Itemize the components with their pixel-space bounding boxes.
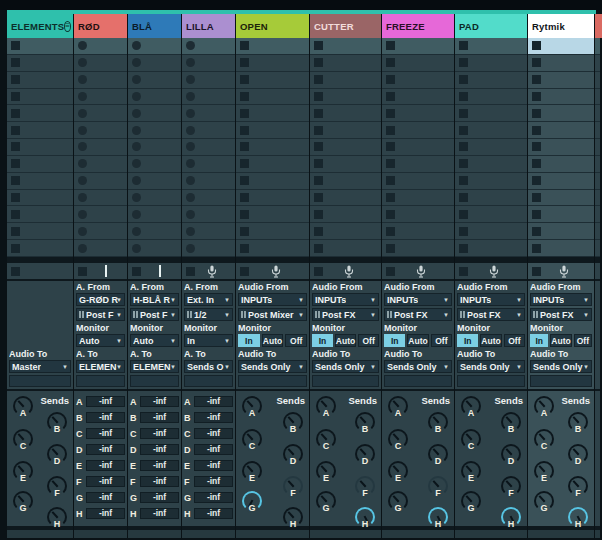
clip-slot[interactable] [595, 206, 600, 223]
clip-stop-icon[interactable] [532, 210, 541, 219]
clip-slot[interactable] [382, 105, 454, 122]
clip-slot[interactable] [455, 139, 527, 156]
send-knob-D[interactable]: D [355, 444, 375, 464]
clip-slot[interactable] [7, 240, 73, 257]
clip-stop-icon[interactable] [240, 92, 249, 101]
clip-record-icon[interactable] [186, 244, 195, 253]
send-value-slider[interactable]: -inf [140, 396, 179, 407]
clip-slot[interactable] [595, 55, 600, 72]
clip-slot[interactable] [128, 223, 181, 240]
send-knob-H[interactable]: H [501, 507, 521, 527]
clip-stop-icon[interactable] [386, 159, 395, 168]
clip-record-icon[interactable] [186, 126, 195, 135]
send-knob-D[interactable]: D [47, 444, 67, 464]
clip-slot[interactable] [455, 38, 527, 55]
clip-slot[interactable] [528, 190, 594, 207]
clip-slot[interactable] [310, 190, 381, 207]
track-header-partial[interactable] [595, 14, 602, 38]
clip-slot[interactable] [455, 240, 527, 257]
clip-stop-icon[interactable] [532, 193, 541, 202]
send-knob-G[interactable]: G [242, 491, 262, 511]
clip-slot[interactable] [595, 122, 600, 139]
send-knob-E[interactable]: E [388, 461, 408, 481]
clip-slot[interactable] [7, 55, 73, 72]
clip-slot[interactable] [236, 105, 309, 122]
send-knob-B[interactable]: B [47, 412, 67, 432]
clip-slot[interactable] [74, 190, 127, 207]
io-chooser[interactable]: Sends Only▼ [530, 360, 592, 373]
send-knob-C[interactable]: C [461, 429, 481, 449]
clip-slot[interactable] [128, 139, 181, 156]
clip-stop-icon[interactable] [11, 126, 20, 135]
clip-slot[interactable] [382, 173, 454, 190]
clip-stop-icon[interactable] [314, 92, 323, 101]
clip-record-icon[interactable] [78, 75, 87, 84]
clip-slot[interactable] [74, 223, 127, 240]
clip-record-icon[interactable] [78, 244, 87, 253]
clip-stop-icon[interactable] [314, 142, 323, 151]
send-knob-A[interactable]: A [13, 396, 33, 416]
send-knob-C[interactable]: C [534, 429, 554, 449]
clip-slot[interactable] [528, 38, 594, 55]
clip-stop-icon[interactable] [240, 227, 249, 236]
clip-record-icon[interactable] [78, 109, 87, 118]
clip-record-icon[interactable] [132, 41, 141, 50]
clip-slot[interactable] [595, 223, 600, 240]
stop-all-clips-button[interactable] [459, 267, 468, 276]
clip-stop-icon[interactable] [240, 109, 249, 118]
monitor-off-button[interactable]: Off [285, 334, 307, 347]
clip-stop-icon[interactable] [314, 126, 323, 135]
io-chooser[interactable]: Post F▼ [130, 308, 179, 321]
clip-slot[interactable] [595, 72, 600, 89]
monitor-in-button[interactable]: In [312, 334, 333, 347]
track-header-CUTTER[interactable]: CUTTER [310, 14, 381, 38]
clip-slot[interactable] [7, 105, 73, 122]
clip-slot[interactable] [382, 223, 454, 240]
clip-slot[interactable] [182, 240, 235, 257]
send-value-slider[interactable]: -inf [194, 412, 233, 423]
clip-slot[interactable] [128, 105, 181, 122]
send-knob-D[interactable]: D [428, 444, 448, 464]
send-value-slider[interactable]: -inf [140, 444, 179, 455]
clip-stop-icon[interactable] [459, 109, 468, 118]
send-value-slider[interactable]: -inf [140, 492, 179, 503]
clip-record-icon[interactable] [78, 58, 87, 67]
clip-stop-icon[interactable] [386, 75, 395, 84]
clip-slot[interactable] [310, 223, 381, 240]
clip-stop-icon[interactable] [11, 75, 20, 84]
send-knob-B[interactable]: B [355, 412, 375, 432]
send-knob-E[interactable]: E [242, 461, 262, 481]
send-knob-E[interactable]: E [461, 461, 481, 481]
send-value-slider[interactable]: -inf [86, 492, 125, 503]
io-empty-chooser[interactable] [457, 375, 525, 387]
track-header-FREEZE[interactable]: FREEZE [382, 14, 454, 38]
clip-stop-icon[interactable] [459, 41, 468, 50]
clip-stop-icon[interactable] [532, 41, 541, 50]
send-knob-F[interactable]: F [501, 476, 521, 496]
clip-stop-icon[interactable] [459, 75, 468, 84]
track-header-LILLA[interactable]: LILLA [182, 14, 235, 38]
track-header-OPEN[interactable]: OPEN [236, 14, 309, 38]
send-value-slider[interactable]: -inf [140, 412, 179, 423]
send-value-slider[interactable]: -inf [194, 460, 233, 471]
clip-slot[interactable] [74, 156, 127, 173]
send-knob-G[interactable]: G [534, 491, 554, 511]
clip-slot[interactable] [528, 122, 594, 139]
monitor-off-button[interactable]: Off [504, 334, 525, 347]
stop-all-clips-button[interactable] [314, 267, 323, 276]
clip-slot[interactable] [74, 173, 127, 190]
clip-slot[interactable] [182, 89, 235, 106]
clip-slot[interactable] [382, 156, 454, 173]
clip-slot[interactable] [310, 156, 381, 173]
send-knob-H[interactable]: H [568, 507, 588, 527]
clip-slot[interactable] [74, 139, 127, 156]
io-chooser[interactable]: 1/2▼ [184, 308, 233, 321]
clip-stop-icon[interactable] [314, 176, 323, 185]
clip-record-icon[interactable] [78, 41, 87, 50]
clip-slot[interactable] [74, 105, 127, 122]
clip-slot[interactable] [455, 156, 527, 173]
clip-stop-icon[interactable] [532, 176, 541, 185]
send-knob-E[interactable]: E [316, 461, 336, 481]
send-value-slider[interactable]: -inf [194, 444, 233, 455]
clip-slot[interactable] [7, 173, 73, 190]
